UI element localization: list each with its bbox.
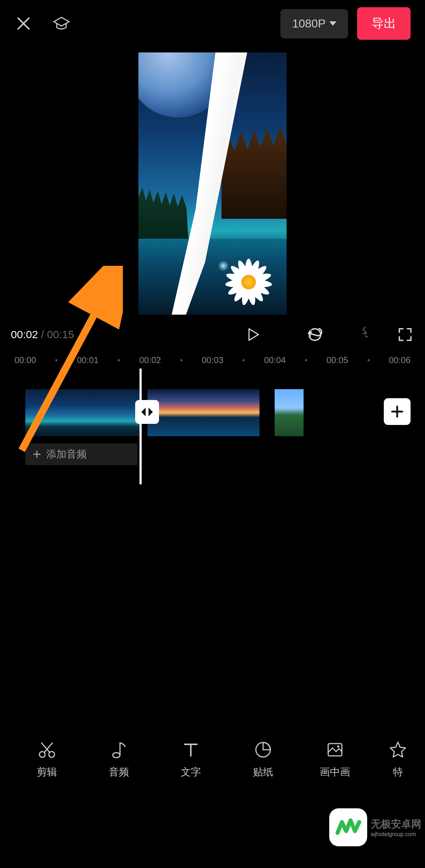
time-separator: / <box>38 328 47 340</box>
plus-icon <box>390 404 404 419</box>
watermark-logo-icon <box>334 813 363 842</box>
clip-1[interactable] <box>25 389 141 436</box>
graduation-cap-icon <box>52 14 70 33</box>
text-icon <box>181 740 201 760</box>
watermark-text: 无极安卓网 wjhotelgroup.com <box>371 817 421 838</box>
nav-audio[interactable]: 音频 <box>95 740 142 779</box>
close-icon <box>16 16 31 31</box>
sticker-icon <box>253 740 273 760</box>
picture-in-picture-icon <box>325 740 345 760</box>
fullscreen-icon <box>398 327 412 342</box>
svg-point-4 <box>113 753 120 758</box>
nav-label: 特 <box>393 765 403 779</box>
top-bar: 1080P 导出 <box>0 0 425 47</box>
ruler-tick: 00:04 <box>264 355 286 365</box>
preview-canvas[interactable] <box>138 52 287 315</box>
ruler-tick: 00:05 <box>326 355 348 365</box>
control-icons-right <box>306 326 414 344</box>
timeline-ruler[interactable]: 00:00 00:01 00:02 00:03 00:04 00:05 00:0… <box>0 353 425 367</box>
watermark-url: wjhotelgroup.com <box>371 831 421 838</box>
nav-label: 剪辑 <box>37 765 57 779</box>
ruler-tick: 00:02 <box>139 355 161 365</box>
resolution-label: 1080P <box>292 17 326 30</box>
add-clip-button[interactable] <box>384 398 411 425</box>
close-button[interactable] <box>14 14 33 33</box>
nav-label: 贴纸 <box>253 765 273 779</box>
transition-icon <box>140 405 154 419</box>
scissors-icon <box>37 740 57 760</box>
clip-row <box>0 389 425 436</box>
star-icon <box>388 740 408 760</box>
nav-text[interactable]: 文字 <box>167 740 214 779</box>
plus-icon <box>33 450 41 459</box>
preview-flower <box>222 255 276 309</box>
export-button[interactable]: 导出 <box>357 7 411 40</box>
topbar-left <box>14 14 70 33</box>
ruler-dot <box>368 359 370 361</box>
redo-button[interactable] <box>351 326 369 344</box>
play-icon <box>246 327 261 342</box>
bottom-toolbar: 剪辑 音频 文字 贴纸 画中画 特 <box>0 734 425 785</box>
preview-area <box>0 52 425 315</box>
export-label: 导出 <box>372 16 396 30</box>
nav-effects[interactable]: 特 <box>383 740 412 779</box>
ruler-tick: 00:00 <box>14 355 36 365</box>
ruler-dot <box>55 359 57 361</box>
ruler-dot <box>305 359 307 361</box>
fullscreen-button[interactable] <box>396 326 414 344</box>
ruler-dot <box>242 359 245 361</box>
nav-sticker[interactable]: 贴纸 <box>240 740 287 779</box>
tutorial-button[interactable] <box>52 14 70 33</box>
add-audio-label: 添加音频 <box>46 447 87 461</box>
nav-pip[interactable]: 画中画 <box>312 740 359 779</box>
nav-label: 画中画 <box>320 765 350 779</box>
total-time: 00:15 <box>47 328 74 340</box>
transition-button[interactable] <box>135 400 159 424</box>
nav-label: 音频 <box>109 765 129 779</box>
topbar-right: 1080P 导出 <box>280 7 411 40</box>
add-audio-button[interactable]: 添加音频 <box>25 443 137 465</box>
nav-edit[interactable]: 剪辑 <box>23 740 70 779</box>
redo-icon <box>352 327 368 342</box>
timeline[interactable]: 添加音频 <box>0 378 425 505</box>
ruler-dot <box>118 359 120 361</box>
ruler-tick: 00:06 <box>389 355 411 365</box>
nav-label: 文字 <box>181 765 201 779</box>
clip-2[interactable] <box>147 389 259 436</box>
resolution-dropdown[interactable]: 1080P <box>280 9 348 38</box>
watermark-title: 无极安卓网 <box>371 817 421 831</box>
ruler-dot <box>180 359 183 361</box>
clip-3[interactable] <box>275 389 304 436</box>
ruler-tick: 00:03 <box>202 355 223 365</box>
play-button[interactable] <box>244 326 262 344</box>
chevron-down-icon <box>329 21 336 26</box>
watermark: 无极安卓网 wjhotelgroup.com <box>329 808 421 846</box>
undo-icon <box>307 327 322 342</box>
music-note-icon <box>109 740 129 760</box>
undo-button[interactable] <box>306 326 324 344</box>
svg-point-7 <box>337 745 339 748</box>
playhead[interactable] <box>139 369 142 484</box>
current-time: 00:02 <box>11 328 38 340</box>
time-display: 00:02 / 00:15 <box>11 328 74 341</box>
ruler-tick: 00:01 <box>77 355 99 365</box>
playback-controls: 00:02 / 00:15 <box>0 318 425 351</box>
watermark-badge <box>329 808 367 846</box>
